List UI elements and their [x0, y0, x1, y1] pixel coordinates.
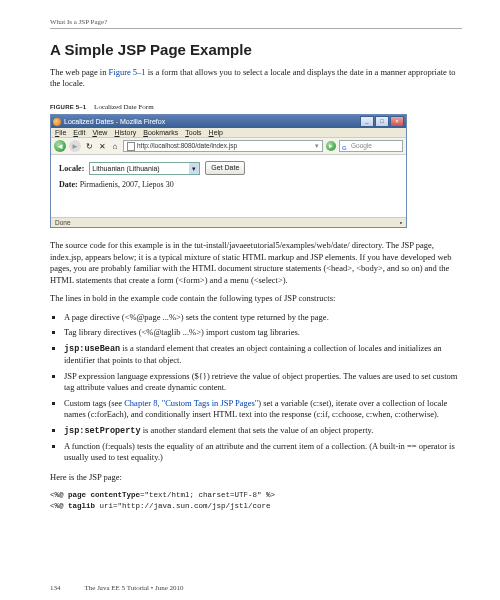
- menu-file[interactable]: File: [55, 129, 66, 136]
- stop-icon[interactable]: ✕: [97, 141, 107, 151]
- bullet-setproperty: jsp:setProperty is another standard elem…: [64, 425, 462, 437]
- maximize-button[interactable]: □: [375, 116, 389, 127]
- page-icon: [127, 142, 135, 151]
- minimize-button[interactable]: _: [360, 116, 374, 127]
- bullet-custom-tags: Custom tags (see Chapter 8, "Custom Tags…: [64, 398, 462, 421]
- menubar: File Edit View History Bookmarks Tools H…: [51, 128, 406, 138]
- setproperty-text: is another standard element that sets th…: [141, 425, 374, 435]
- chapter8-link[interactable]: Chapter 8, "Custom Tags in JSP Pages": [124, 398, 258, 408]
- get-date-button[interactable]: Get Date: [205, 161, 245, 175]
- statusbar: Done ▪: [51, 217, 406, 227]
- figure-caption: FIGURE 5–1 Localized Date Form: [50, 103, 462, 111]
- dropdown-icon[interactable]: ▾: [315, 141, 319, 151]
- setproperty-code: jsp:setProperty: [64, 426, 141, 436]
- bullet-usebean: jsp:useBean is a standard element that c…: [64, 343, 462, 367]
- status-text: Done: [55, 219, 71, 226]
- source-paragraph: The source code for this example is in t…: [50, 240, 462, 286]
- page-header: What Is a JSP Page?: [50, 18, 462, 29]
- figure-link[interactable]: Figure 5–1: [109, 67, 146, 77]
- locale-value: Lithuanian (Lithuania): [92, 163, 159, 174]
- custom-tags-before: Custom tags (see: [64, 398, 124, 408]
- menu-help[interactable]: Help: [209, 129, 223, 136]
- url-bar[interactable]: http://localhost:8080/date/index.jsp ▾: [123, 140, 323, 152]
- book-title: The Java EE 5 Tutorial • June 2010: [85, 584, 184, 592]
- date-output: Date: Pirmadienis, 2007, Liepos 30: [59, 180, 398, 189]
- toolbar: ◄ ► ↻ ✕ ⌂ http://localhost:8080/date/ind…: [51, 138, 406, 155]
- code-block: <%@ page contentType="text/html; charset…: [50, 490, 462, 510]
- here-is-paragraph: Here is the JSP page:: [50, 472, 462, 483]
- forward-button[interactable]: ►: [69, 140, 81, 152]
- menu-tools[interactable]: Tools: [185, 129, 201, 136]
- figure-caption-text: Localized Date Form: [94, 103, 153, 111]
- menu-bookmarks[interactable]: Bookmarks: [143, 129, 178, 136]
- code-l1a: <%@: [50, 491, 68, 499]
- code-l1b: page contentType: [68, 491, 140, 499]
- home-icon[interactable]: ⌂: [110, 141, 120, 151]
- locale-select[interactable]: Lithuanian (Lithuania) ▾: [89, 162, 200, 175]
- reload-icon[interactable]: ↻: [84, 141, 94, 151]
- page-number: 134: [50, 584, 61, 592]
- menu-history[interactable]: History: [114, 129, 136, 136]
- chevron-down-icon: ▾: [189, 163, 199, 174]
- status-icon: ▪: [400, 219, 402, 226]
- date-value: Pirmadienis, 2007, Liepos 30: [80, 180, 174, 189]
- usebean-code: jsp:useBean: [64, 344, 120, 354]
- usebean-text: is a standard element that creates an ob…: [64, 343, 442, 365]
- go-button[interactable]: ▸: [326, 141, 336, 151]
- bold-intro-paragraph: The lines in bold in the example code co…: [50, 293, 462, 304]
- date-label: Date:: [59, 180, 80, 189]
- page-title: A Simple JSP Page Example: [50, 41, 462, 58]
- browser-window: Localized Dates - Mozilla Firefox _ □ × …: [50, 114, 407, 228]
- close-button[interactable]: ×: [390, 116, 404, 127]
- intro-text-before: The web page in: [50, 67, 109, 77]
- bullet-el: JSP expression language expressions (${}…: [64, 371, 462, 394]
- titlebar: Localized Dates - Mozilla Firefox _ □ ×: [51, 115, 406, 128]
- bullet-page-directive: A page directive (<%@page ...%>) sets th…: [64, 312, 462, 323]
- locale-label: Locale:: [59, 164, 84, 173]
- url-text: http://localhost:8080/date/index.jsp: [137, 141, 237, 151]
- google-icon: G: [342, 143, 349, 150]
- back-button[interactable]: ◄: [54, 140, 66, 152]
- intro-paragraph: The web page in Figure 5–1 is a form tha…: [50, 67, 462, 90]
- code-l2c: uri="http://java.sun.com/jsp/jstl/core: [95, 502, 271, 510]
- code-l2a: <%@: [50, 502, 68, 510]
- page-content: Locale: Lithuanian (Lithuania) ▾ Get Dat…: [51, 155, 406, 217]
- search-placeholder: Google: [351, 141, 372, 151]
- menu-view[interactable]: View: [92, 129, 107, 136]
- constructs-list: A page directive (<%@page ...%>) sets th…: [50, 312, 462, 464]
- bullet-function: A function (f:equals) tests the equality…: [64, 441, 462, 464]
- window-title: Localized Dates - Mozilla Firefox: [64, 118, 360, 125]
- code-l1c: ="text/html; charset=UTF-8" %>: [140, 491, 275, 499]
- firefox-icon: [53, 118, 61, 126]
- menu-edit[interactable]: Edit: [73, 129, 85, 136]
- figure-label: FIGURE 5–1: [50, 104, 86, 110]
- code-l2b: taglib: [68, 502, 95, 510]
- search-box[interactable]: G Google: [339, 140, 403, 152]
- bullet-taglib: Tag library directives (<%@taglib ...%>)…: [64, 327, 462, 338]
- page-footer: 134 The Java EE 5 Tutorial • June 2010: [50, 584, 184, 592]
